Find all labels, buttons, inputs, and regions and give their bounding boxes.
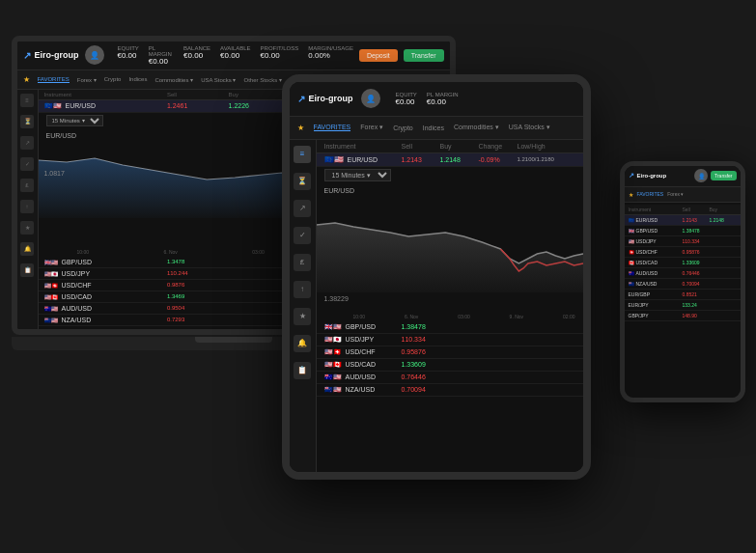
phone-extra-row2[interactable]: EUR/JPY 133.24: [625, 300, 741, 311]
laptop-usdcad-value: 1.3469: [167, 293, 229, 299]
tablet-nav-forex[interactable]: Forex ▾: [360, 124, 383, 131]
phone-transfer-button[interactable]: Transfer: [711, 171, 736, 180]
tablet-sidebar-closed[interactable]: ✓: [294, 227, 311, 244]
laptop-nav-commodities[interactable]: Commodities ▾: [154, 76, 193, 83]
tablet-main-content: Instrument Sell Buy Change Low/High 🇪🇺🇺🇸…: [317, 140, 583, 472]
phone-usdcad-sell: 1.33609: [683, 260, 710, 265]
tablet-timeframe-select[interactable]: 15 Minutes ▾: [324, 169, 391, 181]
phone-nzausd-row[interactable]: 🇳🇿NZA/USD 0.70094: [625, 279, 741, 290]
tablet-nav-usa[interactable]: USA Stocks ▾: [509, 124, 550, 131]
tablet-sidebar-gainers[interactable]: ↑: [294, 281, 311, 298]
laptop-col-sell: Sell: [167, 92, 229, 97]
tablet-nav-commodities[interactable]: Commodities ▾: [454, 124, 499, 131]
phone-brand-name: Eiro-group: [637, 173, 667, 179]
laptop-sidebar: ≡ ⏳ ↗ ✓ ₤ ↑ ★ 🔔 📋: [17, 90, 39, 329]
laptop-stat-equity: EQUITY €0.00: [118, 45, 139, 66]
tablet-eurusd-range: 1.2100/1.2180: [518, 156, 575, 162]
laptop-equity-value: €0.00: [118, 51, 139, 60]
phone-audusd-row[interactable]: 🇦🇺AUD/USD 0.76446: [625, 268, 741, 279]
tablet-row-usdcad[interactable]: 🇺🇸🇨🇦 USD/CAD 1.33609: [317, 359, 583, 372]
phone-usdjpy-row[interactable]: 🇺🇸USD/JPY 110.334: [625, 236, 741, 247]
laptop-nav-indices[interactable]: Indices: [128, 76, 147, 82]
phone-fav-star: ★: [629, 191, 633, 198]
phone-nav-favorites[interactable]: FAVORITES: [637, 191, 664, 197]
laptop-sidebar-open[interactable]: ↗: [20, 136, 34, 150]
tablet-nzausd-val: 0.70094: [402, 386, 440, 393]
laptop-stat-margin: PL MARGIN €0.00: [149, 45, 174, 66]
tablet-logo-icon: ↗: [297, 94, 305, 104]
tablet-margin-value: €0.00: [427, 97, 459, 106]
tablet-eurusd-sell: 1.2143: [402, 156, 440, 163]
phone-frame: ↗ Eiro-group 👤 Transfer ★ FAVORITES Fore…: [620, 161, 745, 402]
phone-usdjpy-sell: 110.334: [683, 238, 710, 244]
tablet-sidebar-trades[interactable]: ≡: [294, 146, 311, 163]
phone-nav-forex[interactable]: Forex ▾: [667, 191, 684, 197]
laptop-nav-other[interactable]: Other Stocks ▾: [243, 76, 281, 83]
laptop-sidebar-pending[interactable]: ⏳: [20, 115, 34, 128]
phone-gbpusd-row[interactable]: 🇬🇧GBP/USD 1.38478: [625, 226, 741, 236]
laptop-usdchf-value: 0.9876: [167, 282, 229, 288]
laptop-nzausd-value: 0.7293: [167, 317, 229, 322]
phone-extra-row3[interactable]: GBP/JPY 148.90: [625, 311, 741, 321]
laptop-transfer-button[interactable]: Transfer: [404, 49, 444, 62]
laptop-eurusd-sell: 1.2461: [167, 102, 229, 109]
laptop-brand: ↗ Eiro-group: [23, 50, 79, 61]
laptop-sidebar-activities[interactable]: 📋: [20, 263, 34, 277]
phone-rows-container: 🇪🇺EUR/USD 1.2143 1.2148 🇬🇧GBP/USD 1.3847…: [625, 215, 741, 398]
tablet-nav: ★ FAVORITES Forex ▾ Crypto Indices Commo…: [290, 117, 583, 140]
laptop-sidebar-alerts[interactable]: 🔔: [20, 242, 34, 256]
tablet-row-gbpusd[interactable]: 🇬🇧🇺🇸 GBP/USD 1.38478: [317, 321, 583, 334]
phone-usdcad-row[interactable]: 🇨🇦USD/CAD 1.33609: [625, 258, 741, 268]
tablet-row-usdjpy[interactable]: 🇺🇸🇯🇵 USD/JPY 110.334: [317, 334, 583, 346]
phone-gbpusd-sell: 1.38478: [683, 228, 710, 234]
phone-eurusd-buy: 1.2148: [710, 217, 737, 223]
tablet-sidebar-alerts[interactable]: 🔔: [294, 335, 311, 352]
laptop-nav-forex[interactable]: Forex ▾: [77, 76, 97, 83]
tablet-usdchf-val: 0.95876: [402, 348, 440, 355]
tablet-bottom-rows: 🇬🇧🇺🇸 GBP/USD 1.38478 🇺🇸🇯🇵 USD/JPY 110.33…: [317, 321, 583, 397]
laptop-avatar: 👤: [85, 45, 104, 65]
tablet-col-change: Change: [479, 143, 518, 150]
phone-usdchf-row[interactable]: 🇨🇭USD/CHF 0.95876: [625, 247, 741, 258]
phone-extra-row1[interactable]: EUR/GBP 0.8521: [625, 290, 741, 300]
tablet-sidebar-activities[interactable]: 📋: [294, 362, 311, 379]
laptop-gbpusd-value: 1.3478: [167, 259, 229, 264]
tablet-stat-equity: EQUITY €0.00: [396, 92, 417, 106]
tablet-sidebar-open[interactable]: ↗: [294, 200, 311, 217]
phone-nav: ★ FAVORITES Forex ▾: [625, 187, 741, 203]
tablet-sidebar-live[interactable]: ₤: [294, 254, 311, 271]
tablet-header: ↗ Eiro-group 👤 EQUITY €0.00 PL MARGIN €0…: [290, 82, 583, 117]
tablet-avatar: 👤: [361, 89, 380, 108]
laptop-timeframe-select[interactable]: 15 Minutes ▾: [46, 115, 103, 126]
phone-avatar: 👤: [694, 169, 708, 182]
laptop-deposit-button[interactable]: Deposit: [359, 49, 398, 62]
laptop-nav-favorites[interactable]: FAVORITES: [38, 76, 70, 83]
laptop-sidebar-trades[interactable]: ≡: [20, 94, 34, 107]
laptop-margin-value: €0.00: [149, 57, 174, 66]
laptop-sidebar-favorites[interactable]: ★: [20, 221, 34, 235]
laptop-nav-crypto[interactable]: Crypto: [104, 76, 122, 82]
tablet-device: ↗ Eiro-group 👤 EQUITY €0.00 PL MARGIN €0…: [282, 74, 591, 480]
tablet-stat-margin: PL MARGIN €0.00: [427, 92, 459, 106]
tablet-row-audusd[interactable]: 🇦🇺🇺🇸 AUD/USD 0.76446: [317, 372, 583, 384]
tablet-row-nzausd[interactable]: 🇳🇿🇺🇸 NZA/USD 0.70094: [317, 384, 583, 397]
laptop-sidebar-gainers[interactable]: ↑: [20, 200, 34, 213]
tablet-eurusd-buy: 1.2148: [440, 156, 479, 163]
tablet-row-usdchf[interactable]: 🇺🇸🇨🇭 USD/CHF 0.95876: [317, 346, 583, 359]
tablet-nav-favorites[interactable]: FAVORITES: [314, 124, 351, 131]
tablet-sidebar-pending[interactable]: ⏳: [294, 173, 311, 190]
tablet-col-buy: Buy: [440, 143, 479, 150]
tablet-sidebar-favorites[interactable]: ★: [294, 308, 311, 325]
tablet-col-lowhigh: Low/High: [518, 143, 575, 150]
laptop-pl-value: €0.00: [261, 51, 299, 60]
tablet-nav-indices[interactable]: Indices: [423, 124, 444, 131]
tablet-eurusd-row[interactable]: 🇪🇺🇺🇸 EUR/USD 1.2143 1.2148 -0.09% 1.2100…: [317, 153, 583, 167]
tablet-nav-crypto[interactable]: Crypto: [393, 124, 413, 131]
tablet-table-header: Instrument Sell Buy Change Low/High: [317, 140, 583, 153]
tablet-chart-time2: 6. Nov: [405, 314, 418, 319]
laptop-sidebar-live[interactable]: ₤: [20, 179, 34, 192]
laptop-sidebar-closed[interactable]: ✓: [20, 157, 34, 171]
tablet-chart-label: EUR/USD: [317, 183, 583, 196]
phone-eurusd-row[interactable]: 🇪🇺EUR/USD 1.2143 1.2148: [625, 215, 741, 226]
laptop-nav-usa[interactable]: USA Stocks ▾: [201, 76, 236, 83]
